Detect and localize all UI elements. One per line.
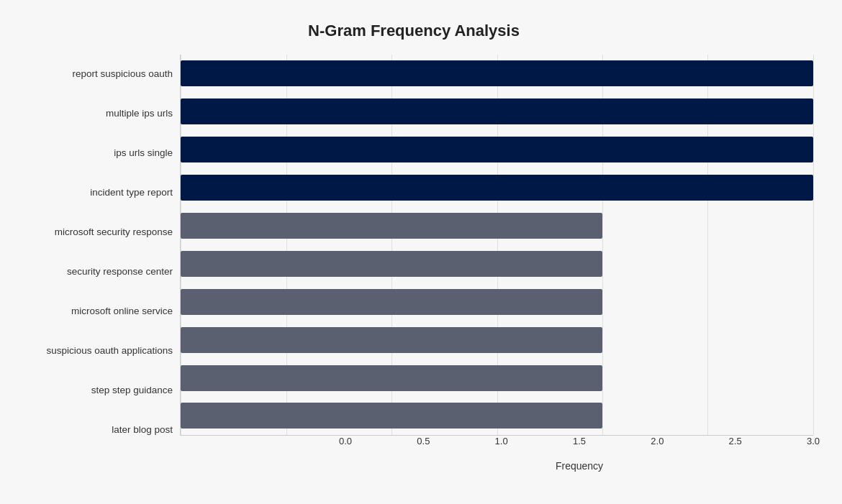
y-axis-label: multiple ips urls — [14, 96, 173, 133]
y-axis-label: report suspicious oauth — [14, 56, 173, 93]
bar — [181, 403, 602, 429]
bar-row — [181, 93, 813, 130]
y-axis-label: suspicious oauth applications — [14, 333, 173, 370]
x-tick: 0.5 — [417, 436, 430, 446]
bar-row — [181, 245, 813, 283]
x-tick: 0.0 — [339, 436, 352, 446]
x-tick: 3.0 — [807, 436, 820, 446]
bar-row — [181, 131, 813, 168]
y-axis-label: ips urls single — [14, 135, 173, 173]
y-axis-label: microsoft security response — [14, 214, 173, 252]
bar — [181, 60, 813, 86]
bar — [181, 327, 602, 353]
bar — [181, 175, 813, 201]
bar — [181, 251, 602, 277]
bar-row — [181, 397, 813, 434]
y-axis-label: microsoft online service — [14, 293, 173, 331]
y-axis-label: incident type report — [14, 175, 173, 212]
x-axis-label: Frequency — [345, 460, 813, 472]
x-tick: 2.0 — [651, 436, 664, 446]
bar-row — [181, 359, 813, 397]
bar — [181, 98, 813, 124]
bar-row — [181, 55, 813, 92]
y-axis-label: security response center — [14, 254, 173, 291]
bar — [181, 289, 602, 315]
bar-row — [181, 283, 813, 321]
bars-wrapper — [181, 55, 813, 435]
x-tick: 1.0 — [495, 436, 508, 446]
chart-title: N-Gram Frequency Analysis — [14, 14, 813, 40]
y-axis-label: later blog post — [14, 412, 173, 449]
bar-row — [181, 207, 813, 244]
x-tick: 2.5 — [729, 436, 742, 446]
grid-line — [813, 55, 814, 435]
x-axis-wrapper: 0.00.51.01.52.02.53.0 Frequency — [345, 436, 813, 472]
y-axis-labels: report suspicious oauthmultiple ips urls… — [14, 55, 180, 472]
chart-container: N-Gram Frequency Analysis report suspici… — [0, 0, 842, 504]
bars-section — [180, 55, 813, 436]
bar-row — [181, 321, 813, 359]
bar-row — [181, 169, 813, 206]
x-tick: 1.5 — [573, 436, 586, 446]
chart-area: report suspicious oauthmultiple ips urls… — [14, 55, 813, 472]
y-axis-label: step step guidance — [14, 372, 173, 410]
bar — [181, 365, 602, 391]
bar — [181, 213, 602, 239]
bar — [181, 137, 813, 162]
